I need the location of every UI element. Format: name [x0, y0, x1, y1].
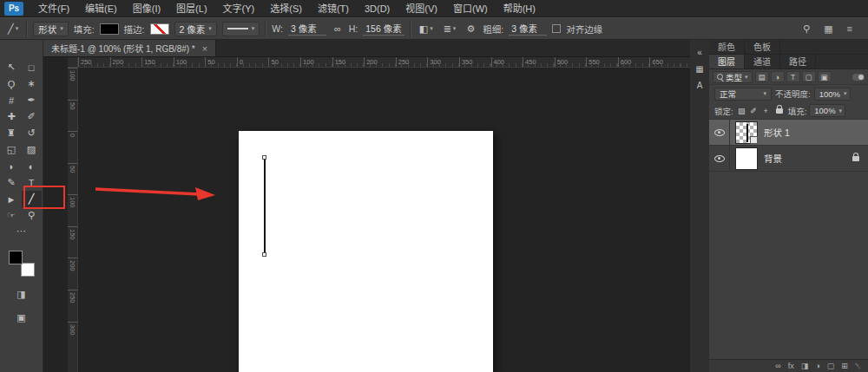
history-brush-tool-icon[interactable]: ↺ [22, 125, 42, 141]
opacity-input[interactable]: 100% ▾ [814, 88, 851, 101]
align-edges-checkbox[interactable] [552, 24, 561, 33]
menu-item[interactable]: 图层(L) [168, 0, 214, 17]
lasso-tool-icon[interactable]: Ϙ [2, 75, 22, 92]
stroke-width-input[interactable]: 2 像素 ▾ [174, 22, 217, 36]
filter-kind-select[interactable]: 类型 ▾ [713, 71, 753, 83]
layer-row-shape-1[interactable]: 形状 1 [709, 120, 868, 146]
path-operations-button[interactable]: ◧ ▾ [417, 21, 436, 36]
foreground-color-swatch[interactable] [9, 251, 23, 264]
add-layer-mask-icon[interactable]: ◨ [801, 362, 809, 370]
link-dimensions-icon[interactable]: ∞ [332, 21, 344, 36]
workspace-icon[interactable]: ▦ [824, 23, 832, 35]
blend-mode-select[interactable]: 正常 ▾ [714, 88, 772, 101]
layer-effects-icon[interactable]: fx [788, 362, 794, 370]
lock-position-icon[interactable]: + [760, 105, 772, 116]
panel-tab[interactable]: 色板 [745, 40, 780, 54]
menu-item[interactable]: 文字(Y) [215, 0, 263, 17]
shape-options-button[interactable]: ⚙ [464, 21, 477, 36]
layer-filter-toggle[interactable] [852, 74, 865, 81]
histogram-panel-icon[interactable]: ▦ [695, 65, 703, 74]
filter-pixel-layers-icon[interactable]: ▤ [755, 71, 769, 82]
layer-visibility-toggle[interactable] [709, 146, 730, 171]
background-color-swatch[interactable] [21, 263, 35, 277]
crop-tool-icon[interactable]: # [2, 92, 22, 108]
horizontal-ruler[interactable]: 2502001501005005010015020025030035040045… [78, 57, 690, 68]
tool-preset-button[interactable]: ╱ ▾ [5, 21, 21, 36]
hand-tool-icon[interactable]: ☞ [2, 207, 22, 224]
shape-width-input[interactable]: 3 像素 [288, 23, 326, 36]
move-tool-icon[interactable]: ↖ [2, 59, 22, 75]
quick-mask-icon[interactable]: ◨ [16, 289, 25, 300]
menu-item[interactable]: 窗口(W) [445, 0, 496, 17]
layer-thumbnail[interactable] [735, 121, 758, 144]
eyedropper-tool-icon[interactable]: ✒ [22, 92, 42, 108]
path-selection-tool-icon[interactable]: ► [2, 191, 22, 207]
close-tab-icon[interactable]: × [202, 43, 207, 54]
filter-adjustment-layers-icon[interactable]: ◑ [771, 71, 785, 82]
layer-thumbnail[interactable] [735, 147, 758, 170]
link-layers-icon[interactable]: ∞ [775, 362, 780, 370]
fill-swatch[interactable] [100, 23, 119, 35]
filter-type-layers-icon[interactable]: T [786, 71, 800, 82]
line-top-anchor[interactable] [262, 155, 266, 160]
dodge-tool-icon[interactable]: ◐ [22, 158, 42, 174]
menu-item[interactable]: 编辑(E) [77, 0, 125, 17]
filter-shape-layers-icon[interactable]: ▢ [802, 71, 816, 82]
workspace-menu-icon[interactable]: ≡ [847, 23, 852, 35]
menu-item[interactable]: 3D(D) [357, 0, 398, 17]
vertical-ruler[interactable]: 10050050100150200250300 [68, 68, 78, 372]
panel-tab[interactable]: 路径 [780, 55, 816, 69]
menu-item[interactable]: 帮助(H) [496, 0, 543, 17]
filter-smart-objects-icon[interactable]: ▣ [818, 71, 832, 82]
new-layer-icon[interactable]: ⊞ [841, 362, 848, 370]
edit-toolbar-icon[interactable]: ⋯ [16, 225, 26, 237]
panel-tab[interactable]: 图层 [709, 55, 745, 69]
lock-transparency-icon[interactable]: ▨ [736, 105, 747, 116]
stroke-style-select[interactable]: ▾ [222, 22, 260, 36]
menu-item[interactable]: 文件(F) [30, 0, 77, 17]
zoom-tool-icon[interactable]: ⚲ [22, 207, 42, 224]
panel-tab[interactable]: 通道 [745, 55, 780, 69]
panel-tab[interactable]: 颜色 [709, 40, 745, 54]
rect-marquee-tool-icon[interactable]: □ [22, 59, 42, 75]
menu-item[interactable]: 选择(S) [262, 0, 310, 17]
new-group-icon[interactable]: ▢ [827, 362, 835, 370]
panel-dock-strip: « ▦ A [690, 40, 709, 372]
chevron-down-icon: ▾ [430, 25, 433, 32]
stroke-swatch[interactable] [150, 23, 169, 35]
path-alignment-button[interactable]: ≣ ▾ [441, 21, 459, 36]
stroke-style-sample-icon [227, 28, 248, 29]
delete-layer-icon[interactable]: ␡ [855, 362, 861, 371]
thickness-input[interactable]: 3 像素 [509, 23, 547, 36]
brush-tool-icon[interactable]: ✐ [22, 108, 42, 125]
healing-brush-tool-icon[interactable]: ✚ [2, 108, 22, 125]
menu-item[interactable]: 滤镜(T) [310, 0, 357, 17]
document-canvas[interactable] [239, 131, 493, 372]
lock-pixels-icon[interactable]: ✐ [748, 105, 760, 116]
blur-tool-icon[interactable]: ◗ [2, 158, 22, 174]
color-panel-tabs: 颜色色板 [709, 40, 868, 55]
ruler-origin-corner[interactable] [68, 57, 78, 68]
character-panel-icon[interactable]: A [697, 82, 703, 90]
line-bottom-anchor[interactable] [262, 252, 266, 257]
lock-all-icon[interactable] [774, 105, 786, 116]
fill-input[interactable]: 100% ▾ [809, 104, 845, 117]
menu-item[interactable]: 视图(V) [398, 0, 445, 17]
shape-height-input[interactable]: 156 像素 [363, 23, 404, 36]
eraser-tool-icon[interactable]: ◱ [2, 141, 22, 158]
menu-item[interactable]: 图像(I) [125, 0, 168, 17]
search-icon[interactable]: ⚲ [803, 23, 810, 35]
eye-icon [714, 129, 725, 136]
gradient-tool-icon[interactable]: ▨ [22, 141, 42, 158]
document-tab[interactable]: 未标题-1 @ 100% (形状 1, RGB/8#) * × [43, 40, 216, 56]
clone-stamp-tool-icon[interactable]: ♜ [2, 125, 22, 141]
pen-tool-icon[interactable]: ✎ [2, 174, 22, 191]
collapse-panels-icon[interactable]: « [697, 49, 702, 57]
menu-bar: Ps 文件(F)编辑(E)图像(I)图层(L)文字(Y)选择(S)滤镜(T)3D… [0, 0, 868, 17]
adjustment-layer-icon[interactable]: ◑ [815, 362, 819, 370]
screen-mode-icon[interactable]: ▣ [16, 312, 25, 323]
layer-visibility-toggle[interactable] [709, 120, 730, 145]
quick-selection-tool-icon[interactable]: ∗ [22, 75, 42, 92]
tool-mode-select[interactable]: 形状 ▾ [33, 22, 69, 36]
layer-row-background[interactable]: 背景 [709, 146, 868, 172]
